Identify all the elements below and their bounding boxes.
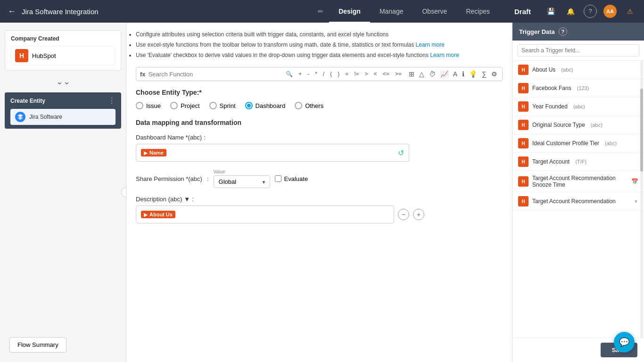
trigger-item-original-source[interactable]: H Original Source Type (abc) xyxy=(512,116,644,134)
trigger-help-icon[interactable]: ? xyxy=(559,27,567,36)
company-created-card: Company Created H HubSpot xyxy=(5,30,121,71)
hs-icon-snooze-time: H xyxy=(518,176,528,187)
add-description-button[interactable]: + xyxy=(413,209,424,220)
trigger-item-target-recommendation[interactable]: H Target Account Recommendation ▼ xyxy=(512,192,644,211)
trigger-item-icp-tier[interactable]: H Ideal Customer Profile Tier (abc) xyxy=(512,134,644,153)
trigger-search-bar xyxy=(512,41,644,61)
bell-icon[interactable]: 🔔 xyxy=(564,5,577,18)
trigger-item-snooze-time[interactable]: H Target Account Recommendation Snooze T… xyxy=(512,171,644,192)
tab-recipes[interactable]: Recipes xyxy=(456,0,499,23)
description-label: Description (abc) ▼ : xyxy=(136,196,503,203)
text-icon[interactable]: A xyxy=(452,69,458,79)
options-menu-icon[interactable]: ⋮ xyxy=(108,96,116,105)
open-paren[interactable]: ( xyxy=(329,70,333,78)
hubspot-item[interactable]: H HubSpot xyxy=(11,46,115,66)
trigger-item-about-us[interactable]: H About Us (abc) xyxy=(512,61,644,79)
top-navigation: ← Jira Software Integration ✏ Design Man… xyxy=(0,0,644,23)
search-function-input[interactable] xyxy=(149,71,282,78)
warning-icon[interactable]: ⚠ xyxy=(623,5,636,18)
equals-operator[interactable]: = xyxy=(344,70,350,78)
trigger-search-input[interactable] xyxy=(517,44,639,57)
chart-icon[interactable]: △ xyxy=(418,69,425,79)
expand-icon-trigger: ▼ xyxy=(634,199,638,204)
greater-than[interactable]: > xyxy=(363,70,370,78)
plus-operator[interactable]: + xyxy=(297,70,303,78)
description-input[interactable]: ▶ About Us xyxy=(136,206,394,223)
create-entity-title: Create Entity xyxy=(10,98,45,104)
radio-dashboard-label: Dashboard xyxy=(256,102,286,109)
info-bullet-1: Configure attributes using selection cri… xyxy=(136,30,503,39)
grid-icon[interactable]: ⊞ xyxy=(408,69,415,79)
radio-circle-dashboard xyxy=(245,102,253,109)
collapse-sidebar-button[interactable]: ‹ xyxy=(121,187,126,197)
tab-observe[interactable]: Observe xyxy=(413,0,456,23)
trigger-item-year-founded[interactable]: H Year Founded (abc) xyxy=(512,98,644,116)
clock-icon[interactable]: ⏱ xyxy=(428,69,437,79)
tab-design[interactable]: Design xyxy=(329,0,370,23)
flow-summary-button[interactable]: Flow Summary xyxy=(9,337,66,353)
multiply-operator[interactable]: * xyxy=(314,70,319,78)
radio-project[interactable]: Project xyxy=(170,102,199,109)
radio-circle-sprint xyxy=(209,102,217,109)
divide-operator[interactable]: / xyxy=(322,70,326,78)
jira-software-item[interactable]: Jira Software xyxy=(10,109,116,125)
create-entity-header: Create Entity ⋮ xyxy=(10,96,116,105)
expand-icon[interactable]: ⌄⌄ xyxy=(0,74,126,89)
save-icon[interactable]: 💾 xyxy=(544,5,557,18)
evaluate-checkbox-label[interactable]: Evaluate xyxy=(275,175,308,182)
remove-description-button[interactable]: − xyxy=(398,209,409,220)
not-equals-operator[interactable]: != xyxy=(353,70,360,78)
trigger-year-founded-type: (abc) xyxy=(573,104,585,109)
learn-more-link-1[interactable]: Learn more xyxy=(416,41,445,48)
trigger-data-header: Trigger Data ? xyxy=(512,23,644,41)
refresh-icon[interactable]: ↺ xyxy=(398,148,404,157)
radio-sprint[interactable]: Sprint xyxy=(209,102,236,109)
minus-operator[interactable]: - xyxy=(306,70,311,78)
search-icon[interactable]: 🔍 xyxy=(284,70,294,78)
hs-icon-target-recommendation: H xyxy=(518,196,528,206)
bulb-icon[interactable]: 💡 xyxy=(468,69,478,79)
share-permission-label: Share Permission *(abc) xyxy=(136,175,202,182)
radio-dashboard[interactable]: Dashboard xyxy=(245,102,286,109)
scrollbar[interactable] xyxy=(640,61,643,337)
formula-icon[interactable]: ∑ xyxy=(481,69,487,79)
evaluate-checkbox[interactable] xyxy=(275,175,281,182)
info-icon[interactable]: ℹ xyxy=(461,69,465,79)
line-chart-icon[interactable]: 📈 xyxy=(439,69,449,79)
dashboard-name-field: Dashboard Name *(abc) : ▶ Name ↺ xyxy=(136,134,503,162)
radio-issue-label: Issue xyxy=(146,102,161,109)
learn-more-link-2[interactable]: Learn more xyxy=(430,52,459,58)
tab-manage[interactable]: Manage xyxy=(370,0,413,23)
trigger-item-target-account[interactable]: H Target Account (T/F) xyxy=(512,153,644,171)
jira-software-label: Jira Software xyxy=(29,114,62,120)
nav-icon-group: 💾 🔔 ? AA ⚠ xyxy=(544,5,636,18)
edit-title-icon[interactable]: ✏ xyxy=(318,8,323,15)
help-icon[interactable]: ? xyxy=(584,5,597,18)
share-permission-select[interactable]: Global Private Public xyxy=(214,175,270,188)
dashboard-name-input[interactable]: ▶ Name ↺ xyxy=(136,144,409,162)
less-than[interactable]: < xyxy=(372,70,379,78)
description-tag-label: About Us xyxy=(149,212,173,217)
hubspot-icon: H xyxy=(15,49,28,62)
radio-issue[interactable]: Issue xyxy=(136,102,161,109)
close-paren[interactable]: ) xyxy=(336,70,341,78)
app-title: Jira Software Integration xyxy=(22,8,99,16)
radio-others[interactable]: Others xyxy=(295,102,323,109)
jira-icon xyxy=(15,112,25,122)
chat-bubble[interactable]: 💬 xyxy=(614,332,635,353)
lte-operator[interactable]: <= xyxy=(381,70,391,78)
description-dropdown-icon[interactable]: ▼ xyxy=(184,196,190,203)
data-mapping-section: Data mapping and transformation Dashboar… xyxy=(136,119,503,223)
avatar-icon[interactable]: AA xyxy=(603,5,617,18)
nav-tabs: Design Manage Observe Recipes xyxy=(329,0,499,23)
trigger-snooze-time-name: Target Account Recommendation Snooze Tim… xyxy=(532,175,629,188)
gte-operator[interactable]: >= xyxy=(394,70,403,78)
trigger-item-facebook-fans[interactable]: H Facebook Fans (123) xyxy=(512,79,644,98)
settings-icon[interactable]: ⚙ xyxy=(490,69,498,79)
radio-circle-others xyxy=(295,102,302,109)
hs-icon-year-founded: H xyxy=(518,101,528,112)
trigger-target-account-type: (T/F) xyxy=(575,159,586,165)
trigger-icp-tier-name: Ideal Customer Profile Tier xyxy=(532,140,599,147)
tag-arrow-icon: ▶ xyxy=(144,150,148,156)
back-button[interactable]: ← xyxy=(8,7,16,16)
